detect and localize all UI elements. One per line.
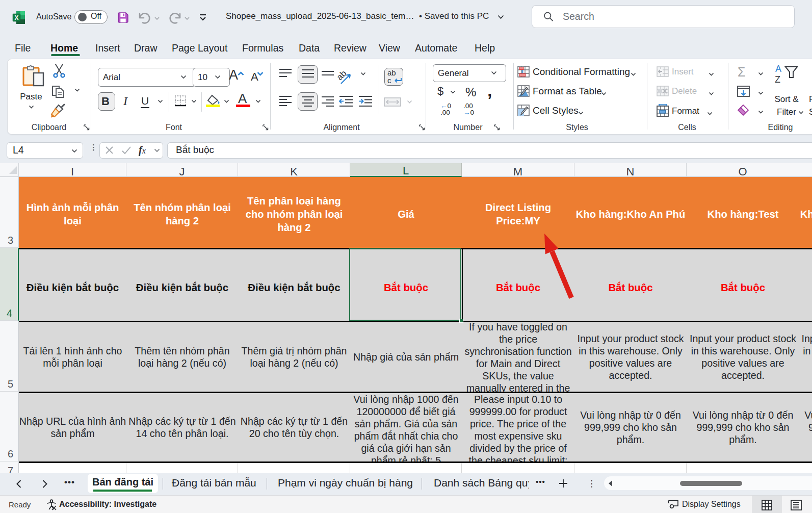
svg-text:X: X	[14, 14, 18, 21]
